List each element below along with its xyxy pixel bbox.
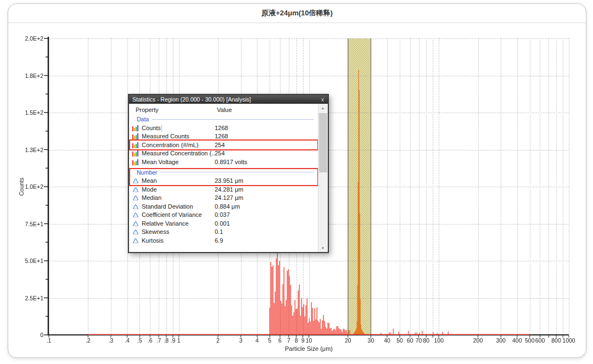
x-tick-label: .2 xyxy=(86,337,91,344)
row-property: Counts xyxy=(142,125,215,131)
y-tick-label: 1.5E+2 xyxy=(9,109,43,116)
curve-icon xyxy=(132,228,139,235)
x-tick-label: 500 xyxy=(525,337,535,344)
row-property: Measured Concentration (... xyxy=(142,150,215,156)
row-value: 1268 xyxy=(215,133,317,139)
y-tick-label: 1.0E+2 xyxy=(9,183,43,190)
row-property: Skewness xyxy=(142,228,215,235)
x-tick-label: 3 xyxy=(239,337,243,344)
annotation-box: NumberMean23.951 μm xyxy=(130,169,317,186)
page-title: 原液+24μm(10倍稀释) xyxy=(8,4,586,23)
x-tick-label: .9 xyxy=(171,337,176,344)
x-tick-label: 7 xyxy=(287,337,290,344)
stats-row-mean-voltage[interactable]: Mean Voltage0.8917 volts xyxy=(130,158,317,166)
row-property: Kurtosis xyxy=(142,237,215,244)
scrollbar[interactable]: ▲ ▼ xyxy=(318,104,328,252)
column-headers: Property Value xyxy=(130,105,317,115)
row-value: 0.8917 volts xyxy=(215,159,317,165)
row-value: 0.037 xyxy=(215,211,317,218)
x-tick-label: 40 xyxy=(384,337,390,344)
row-property: Mean xyxy=(142,177,215,184)
stats-row-mean[interactable]: Mean23.951 μm xyxy=(130,177,317,186)
stats-row-mode[interactable]: Mode24.281 μm xyxy=(130,185,317,194)
x-tick-label: 9 xyxy=(301,337,305,344)
x-tick-label: .1 xyxy=(47,337,52,344)
row-value: 0.1 xyxy=(215,228,317,235)
stats-row-measured-concentration[interactable]: Measured Concentration (...254 xyxy=(130,149,317,158)
x-tick-label: .5 xyxy=(137,337,142,344)
curve-icon xyxy=(132,177,139,184)
x-tick-label: 6 xyxy=(278,337,282,344)
x-tick-label: 100 xyxy=(434,337,444,344)
section-label: Data xyxy=(137,116,149,122)
x-tick-label: 400 xyxy=(512,337,522,344)
curve-icon xyxy=(132,220,139,227)
stats-row-coefficient-of-variance[interactable]: Coefficient of Variance0.037 xyxy=(130,211,317,220)
x-tick-label: 1 xyxy=(177,337,181,344)
x-tick-label: 20 xyxy=(345,337,351,344)
x-tick-label: 80 xyxy=(423,337,429,344)
row-property: Median xyxy=(142,194,215,201)
row-value: 6.9 xyxy=(215,237,317,244)
y-tick-label: 5.0E+1 xyxy=(9,257,43,264)
x-tick-label: 300 xyxy=(496,337,506,344)
x-tick-label: 5 xyxy=(268,337,271,344)
x-tick-label: 2 xyxy=(216,337,220,344)
x-tick-label: .8 xyxy=(164,337,169,344)
stats-row-counts[interactable]: Counts1268 xyxy=(130,124,317,132)
y-tick-label: 7.5E+1 xyxy=(9,221,43,227)
stats-row-median[interactable]: Median24.127 μm xyxy=(130,194,317,203)
x-tick-label: 70 xyxy=(416,337,422,344)
x-tick-label: 8 xyxy=(295,337,298,344)
property-column-header: Property xyxy=(136,107,217,113)
stats-row-skewness[interactable]: Skewness0.1 xyxy=(130,228,317,237)
dialog-title: Statistics - Region (20.000 - 30.000) [A… xyxy=(132,96,251,103)
histogram-icon xyxy=(132,133,139,139)
section-label: Number xyxy=(137,169,157,176)
histogram-icon xyxy=(132,159,139,165)
row-value: 23.951 μm xyxy=(215,177,317,184)
section-divider xyxy=(160,172,314,172)
y-tick-label: 2.0E+2 xyxy=(9,35,43,42)
row-property: Concentration (#/mL) xyxy=(142,142,215,148)
scroll-up-icon[interactable]: ▲ xyxy=(318,104,327,112)
scroll-down-icon[interactable]: ▼ xyxy=(318,244,327,252)
close-icon[interactable]: x xyxy=(320,97,325,103)
row-value: 24.281 μm xyxy=(215,186,317,193)
stats-row-standard-deviation[interactable]: Standard Deviation0.884 μm xyxy=(130,202,317,211)
x-tick-label: .6 xyxy=(148,337,153,344)
section-divider xyxy=(152,119,314,120)
x-tick-label: .4 xyxy=(125,337,130,344)
row-value: 1268 xyxy=(215,125,317,131)
y-tick-label: 1.3E+2 xyxy=(9,147,43,153)
y-tick-label: 1.8E+2 xyxy=(9,72,43,79)
dialog-titlebar[interactable]: Statistics - Region (20.000 - 30.000) [A… xyxy=(129,95,328,104)
stats-row-concentration-ml[interactable]: Concentration (#/mL)254 xyxy=(130,141,317,149)
x-tick-label: 600 xyxy=(535,337,545,344)
stats-row-relative-variance[interactable]: Relative Variance0.001 xyxy=(130,219,317,228)
x-tick-label: .3 xyxy=(109,337,114,344)
row-property: Standard Deviation xyxy=(142,203,215,210)
scroll-thumb[interactable] xyxy=(319,113,327,172)
section-header-number: Number xyxy=(130,169,317,176)
histogram-icon xyxy=(132,142,139,148)
row-value: 254 xyxy=(215,150,317,156)
curve-icon xyxy=(132,237,139,244)
row-property: Relative Variance xyxy=(142,220,215,227)
app-card: 原液+24μm(10倍稀释) Counts Particle Size (μm)… xyxy=(8,3,586,358)
stats-row-measured-counts[interactable]: Measured Counts1268 xyxy=(130,132,317,141)
y-tick-label: 0 xyxy=(9,332,43,338)
x-tick-label: 50 xyxy=(396,337,403,344)
x-tick-label: 800 xyxy=(551,337,561,344)
curve-icon xyxy=(132,194,139,201)
stats-row-kurtosis[interactable]: Kurtosis6.9 xyxy=(130,236,317,245)
y-tick-label: 2.5E+1 xyxy=(9,295,43,301)
row-property: Coefficient of Variance xyxy=(142,211,215,218)
curve-icon xyxy=(132,203,139,210)
value-column-header: Value xyxy=(217,107,317,113)
x-tick-label: 60 xyxy=(407,337,413,344)
row-property: Measured Counts xyxy=(142,133,215,139)
histogram-icon xyxy=(132,125,139,131)
curve-icon xyxy=(132,211,139,218)
statistics-dialog: Statistics - Region (20.000 - 30.000) [A… xyxy=(128,94,329,253)
